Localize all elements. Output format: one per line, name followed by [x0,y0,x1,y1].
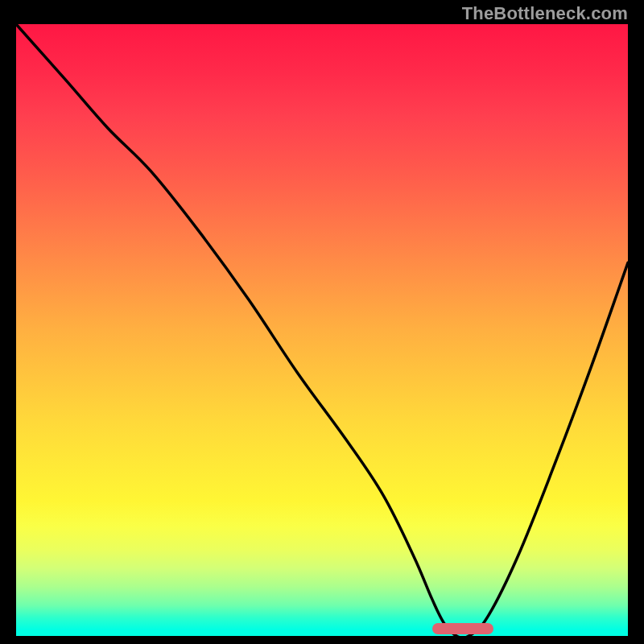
optimal-range-marker [432,623,493,634]
chart-frame [16,24,628,636]
bottleneck-curve [16,24,628,636]
watermark-text: TheBottleneck.com [462,3,628,24]
